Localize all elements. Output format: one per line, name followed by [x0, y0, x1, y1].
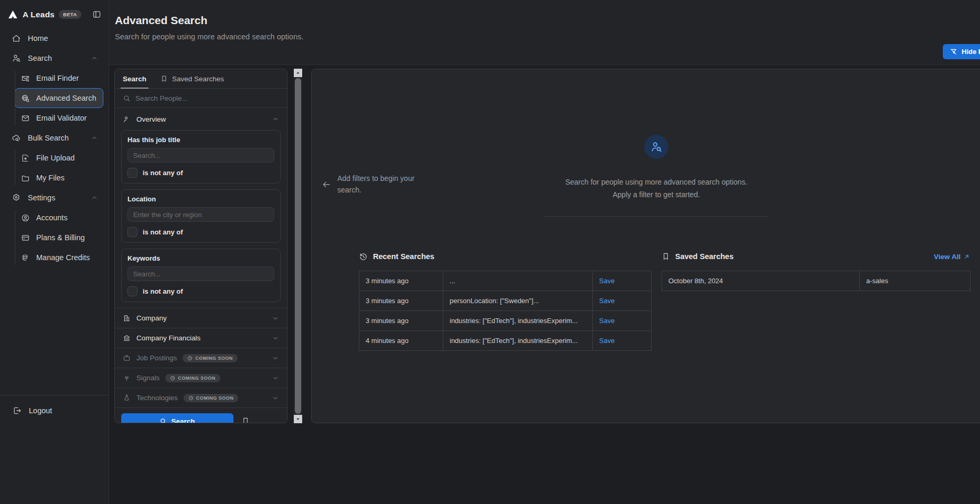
saved-searches-section: Saved Searches View All October 8th, 202… [662, 251, 970, 291]
sidebar-item-label: Advanced Search [36, 94, 96, 102]
chevron-down-icon [272, 394, 279, 402]
section-financials-label: Company Financials [136, 334, 200, 342]
table-row: 3 minutes ago industries: ["EdTech"], in… [359, 311, 652, 331]
save-search-button[interactable] [239, 414, 252, 423]
hide-filters-button[interactable]: Hide Filters [943, 44, 980, 59]
briefcase-icon [123, 354, 131, 362]
section-company-financials[interactable]: Company Financials [115, 328, 287, 348]
coming-soon-badge: COMING SOON [165, 374, 220, 382]
panel-toggle-icon [92, 10, 101, 19]
settings-icon [12, 193, 21, 202]
chevron-down-icon [272, 355, 279, 362]
section-company[interactable]: Company [115, 308, 287, 328]
logout-icon [13, 406, 22, 415]
search-query: industries: ["EdTech"], industriesExperi… [443, 311, 593, 331]
section-company-label: Company [136, 314, 167, 322]
negate-label: is not any of [143, 169, 183, 177]
job-title-negate-checkbox[interactable] [127, 168, 137, 178]
sidebar-item-label: Home [28, 34, 48, 42]
filter-tabs: Search Saved Searches [115, 69, 287, 89]
saved-searches-title: Saved Searches [675, 252, 733, 261]
sidebar-item-label: Plans & Billing [36, 233, 85, 242]
coming-soon-badge: COMING SOON [183, 354, 238, 362]
app-name: A Leads [23, 10, 55, 19]
globe-search-icon [21, 94, 30, 103]
sidebar-item-label: My Files [36, 174, 65, 182]
sidebar-item-plans-billing[interactable]: Plans & Billing [15, 228, 103, 248]
scroll-up-button[interactable] [294, 69, 302, 77]
sidebar-item-label: Email Validator [36, 114, 87, 122]
table-row: 3 minutes ago ... Save [359, 271, 652, 291]
bookmark-icon [161, 75, 168, 82]
saved-search-name: a-sales [860, 271, 971, 291]
job-title-label: Has this job title [127, 136, 274, 144]
tab-search-label: Search [123, 75, 146, 83]
location-negate-checkbox[interactable] [127, 227, 137, 237]
job-title-input[interactable] [127, 148, 274, 163]
sidebar-item-label: Accounts [36, 213, 68, 222]
scroll-down-button[interactable] [294, 415, 302, 423]
search-time: 3 minutes ago [359, 291, 443, 311]
credit-card-icon [21, 233, 30, 242]
section-overview[interactable]: Overview [115, 108, 287, 130]
sidebar-item-accounts[interactable]: Accounts [15, 208, 103, 228]
location-label: Location [127, 195, 274, 203]
sidebar-toggle-button[interactable] [92, 10, 101, 19]
negate-label: is not any of [143, 228, 183, 236]
table-row: 3 minutes ago personLocation: ["Sweden"]… [359, 291, 652, 311]
section-job-postings-label: Job Postings [136, 354, 177, 362]
section-technologies[interactable]: Technologies COMING SOON [115, 388, 287, 408]
tab-saved-label: Saved Searches [172, 75, 224, 83]
arrow-left-icon [322, 180, 331, 189]
section-technologies-label: Technologies [136, 394, 178, 402]
location-input[interactable] [127, 207, 274, 222]
sidebar-item-file-upload[interactable]: File Upload [15, 148, 103, 168]
scrollbar-thumb[interactable] [295, 78, 301, 414]
overview-filters: Has this job title is not any of Locatio… [115, 130, 287, 308]
folder-icon [21, 174, 30, 183]
sidebar-item-search[interactable]: Search [6, 48, 103, 68]
empty-state: Search for people using more advanced se… [499, 135, 814, 217]
logout-button[interactable]: Logout [6, 401, 102, 421]
sidebar-item-email-validator[interactable]: Email Validator [15, 108, 103, 128]
search-subgroup: Email Finder Advanced Search Email Valid… [15, 68, 103, 128]
user-icon [123, 115, 131, 123]
search-people-input[interactable] [135, 94, 279, 102]
search-query: ... [443, 271, 593, 291]
save-link[interactable]: Save [593, 311, 652, 331]
section-signals[interactable]: Signals COMING SOON [115, 368, 287, 388]
sidebar-item-my-files[interactable]: My Files [15, 168, 103, 188]
section-job-postings[interactable]: Job Postings COMING SOON [115, 348, 287, 368]
sidebar-item-label: Search [28, 54, 52, 62]
sidebar-item-home[interactable]: Home [6, 28, 103, 48]
search-icon [159, 417, 167, 423]
save-link[interactable]: Save [593, 271, 652, 291]
location-negate-row: is not any of [127, 227, 274, 237]
save-link[interactable]: Save [593, 291, 652, 311]
sidebar-item-label: Bulk Search [28, 134, 69, 142]
save-link[interactable]: Save [593, 331, 652, 351]
keywords-input[interactable] [127, 266, 274, 281]
sidebar-footer: Logout [0, 395, 109, 421]
view-all-link[interactable]: View All [934, 253, 970, 261]
coins-icon [21, 253, 30, 262]
bank-icon [123, 334, 131, 342]
sidebar-item-settings[interactable]: Settings [6, 188, 103, 208]
sidebar-item-manage-credits[interactable]: Manage Credits [15, 248, 103, 267]
clock-icon [187, 356, 193, 361]
sidebar-item-bulk-search[interactable]: Bulk Search [6, 128, 103, 148]
tab-saved-searches[interactable]: Saved Searches [161, 69, 224, 88]
file-upload-icon [21, 154, 30, 163]
keywords-negate-checkbox[interactable] [127, 286, 137, 296]
filter-panel-scrollbar [294, 69, 302, 423]
person-search-icon [644, 135, 668, 159]
tab-search[interactable]: Search [123, 69, 146, 88]
saved-search-date: October 8th, 2024 [662, 271, 860, 291]
search-people-row [115, 89, 287, 108]
search-button[interactable]: Search [121, 413, 233, 423]
sidebar-item-email-finder[interactable]: Email Finder [15, 68, 103, 88]
cloud-search-icon [12, 133, 21, 143]
saved-searches-table: October 8th, 2024 a-sales [662, 271, 971, 291]
page-title: Advanced Search [115, 14, 980, 27]
sidebar-item-advanced-search[interactable]: Advanced Search [15, 88, 103, 108]
